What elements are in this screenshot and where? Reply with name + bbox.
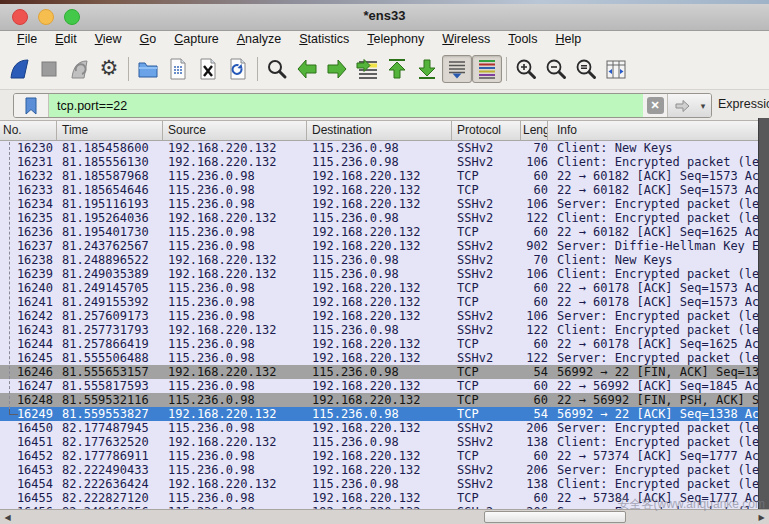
packet-row[interactable]: 1623081.185458600192.168.220.132115.236.… — [0, 141, 758, 155]
folder-icon — [136, 57, 160, 81]
column-header-destination[interactable]: Destination — [307, 121, 452, 140]
packet-row[interactable]: 1623381.185654646115.236.0.98192.168.220… — [0, 183, 758, 197]
stop-capture-button[interactable] — [34, 55, 64, 83]
packet-protocol: TCP — [452, 337, 521, 351]
first-packet-button[interactable] — [382, 55, 412, 83]
start-capture-button[interactable] — [4, 55, 34, 83]
menu-item[interactable]: Wireless — [433, 31, 499, 48]
next-packet-button[interactable] — [322, 55, 352, 83]
packet-row[interactable]: 1624081.249145705115.236.0.98192.168.220… — [0, 281, 758, 295]
scroll-left-arrow-icon[interactable]: ◀ — [0, 510, 15, 524]
resize-columns-button[interactable] — [601, 55, 631, 83]
packet-row[interactable]: 1623581.195264036192.168.220.132115.236.… — [0, 211, 758, 225]
packet-row[interactable]: 1623181.185556130192.168.220.132115.236.… — [0, 155, 758, 169]
packet-row[interactable]: 1623281.185587968115.236.0.98192.168.220… — [0, 169, 758, 183]
menu-item[interactable]: Edit — [46, 31, 86, 48]
packet-time: 81.559553827 — [57, 407, 163, 421]
menu-item[interactable]: Capture — [165, 31, 227, 48]
column-header-time[interactable]: Time — [57, 121, 163, 140]
close-file-button[interactable] — [193, 55, 223, 83]
packet-row[interactable]: 1623481.195116193115.236.0.98192.168.220… — [0, 197, 758, 211]
packet-row[interactable]: 1645482.222636424192.168.220.132115.236.… — [0, 477, 758, 491]
find-packet-button[interactable] — [262, 55, 292, 83]
menu-item[interactable]: Go — [131, 31, 166, 48]
packet-number: 16451 — [0, 435, 57, 449]
packet-row[interactable]: 1624481.257866419115.236.0.98192.168.220… — [0, 337, 758, 351]
column-header-info[interactable]: Info — [548, 121, 758, 140]
horizontal-scrollbar-thumb[interactable] — [484, 511, 626, 523]
save-file-button[interactable] — [163, 55, 193, 83]
packet-row[interactable]: 1645082.177487945115.236.0.98192.168.220… — [0, 421, 758, 435]
previous-packet-button[interactable] — [292, 55, 322, 83]
packet-source: 115.236.0.98 — [163, 169, 307, 183]
open-file-button[interactable] — [133, 55, 163, 83]
packet-time: 82.222636424 — [57, 477, 163, 491]
packet-time: 81.555506488 — [57, 351, 163, 365]
go-to-packet-button[interactable] — [352, 55, 382, 83]
titlebar[interactable]: *ens33 — [0, 4, 769, 31]
packet-length: 60 — [521, 183, 548, 197]
packet-length: 70 — [521, 253, 548, 267]
packet-destination: 192.168.220.132 — [307, 281, 452, 295]
packet-time: 82.177632520 — [57, 435, 163, 449]
column-header-source[interactable]: Source — [163, 121, 307, 140]
packet-row[interactable]: 1623681.195401730115.236.0.98192.168.220… — [0, 225, 758, 239]
menu-item[interactable]: Tools — [499, 31, 546, 48]
packet-row[interactable]: 1623781.243762567115.236.0.98192.168.220… — [0, 239, 758, 253]
packet-row[interactable]: 1624681.555653157192.168.220.132115.236.… — [0, 365, 758, 379]
filter-clear-button[interactable]: ✕ — [643, 94, 667, 117]
display-filter-input[interactable] — [49, 99, 643, 113]
column-header-protocol[interactable]: Protocol — [452, 121, 521, 140]
column-header-length[interactable]: Length — [521, 121, 548, 140]
packet-length: 122 — [521, 351, 548, 365]
packet-protocol: TCP — [452, 183, 521, 197]
packet-protocol: SSHv2 — [452, 155, 521, 169]
filter-bookmark-button[interactable] — [14, 94, 49, 117]
packet-row[interactable]: 1624581.555506488115.236.0.98192.168.220… — [0, 351, 758, 365]
menu-item[interactable]: Analyze — [228, 31, 290, 48]
zoom-in-button[interactable] — [511, 55, 541, 83]
menu-item[interactable]: View — [86, 31, 131, 48]
menu-item[interactable]: Statistics — [290, 31, 358, 48]
packet-row[interactable]: 1623881.248896522192.168.220.132115.236.… — [0, 253, 758, 267]
packet-row[interactable]: 1645282.177786911115.236.0.98192.168.220… — [0, 449, 758, 463]
reload-file-button[interactable] — [223, 55, 253, 83]
expression-button[interactable]: Expression… — [718, 97, 769, 111]
packet-row[interactable]: 1624381.257731793192.168.220.132115.236.… — [0, 323, 758, 337]
packet-row[interactable]: 1624281.257609173115.236.0.98192.168.220… — [0, 309, 758, 323]
filter-history-dropdown[interactable]: ▾ — [695, 94, 711, 117]
packet-info: Client: Encrypted packet (le — [548, 477, 758, 491]
packet-row[interactable]: 1624881.559532116115.236.0.98192.168.220… — [0, 393, 758, 407]
packet-row[interactable]: 1624781.555817593115.236.0.98192.168.220… — [0, 379, 758, 393]
packet-source: 192.168.220.132 — [163, 435, 307, 449]
packet-row[interactable]: 1624981.559553827192.168.220.132115.236.… — [0, 407, 758, 421]
colorize-packets-toggle[interactable] — [472, 55, 502, 83]
packet-row[interactable]: 1624181.249155392115.236.0.98192.168.220… — [0, 295, 758, 309]
packet-row[interactable]: 1645182.177632520192.168.220.132115.236.… — [0, 435, 758, 449]
packet-length: 206 — [521, 421, 548, 435]
toolbar-separator — [128, 57, 129, 81]
packet-length: 122 — [521, 323, 548, 337]
restart-capture-button[interactable] — [64, 55, 94, 83]
vertical-scrollbar[interactable] — [758, 118, 769, 509]
zoom-original-button[interactable] — [571, 55, 601, 83]
packet-protocol: TCP — [452, 491, 521, 505]
menu-item[interactable]: File — [8, 31, 46, 48]
menu-item[interactable]: Telephony — [358, 31, 433, 48]
column-header-no[interactable]: No. — [0, 121, 57, 140]
last-packet-button[interactable] — [412, 55, 442, 83]
menu-item[interactable]: Help — [546, 31, 590, 48]
packet-info: 22 → 56992 [ACK] Seq=1845 Ac — [548, 379, 758, 393]
auto-scroll-toggle[interactable] — [442, 55, 472, 83]
filter-apply-button[interactable] — [667, 94, 695, 117]
packet-info: Client: Encrypted packet (le — [548, 435, 758, 449]
packet-row[interactable]: 1645382.222490433115.236.0.98192.168.220… — [0, 463, 758, 477]
display-filter-entry[interactable]: ✕ ▾ — [13, 93, 712, 118]
packet-row[interactable]: 1623981.249035389192.168.220.132115.236.… — [0, 267, 758, 281]
packet-length: 60 — [521, 379, 548, 393]
packet-source: 115.236.0.98 — [163, 239, 307, 253]
capture-options-button[interactable]: ⚙ — [94, 55, 124, 83]
zoom-out-button[interactable] — [541, 55, 571, 83]
packet-info: 22 → 60178 [ACK] Seq=1573 Ac — [548, 281, 758, 295]
packet-protocol: SSHv2 — [452, 211, 521, 225]
